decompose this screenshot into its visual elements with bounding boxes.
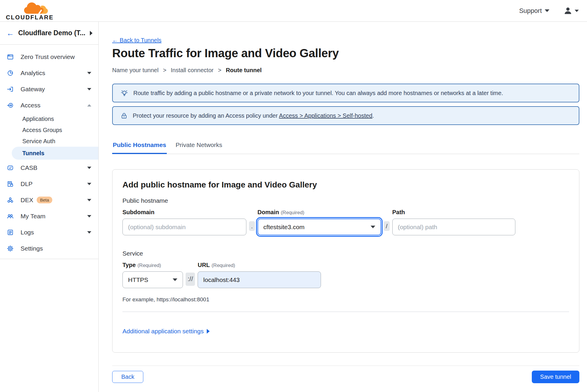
- chevron-down-icon: [173, 278, 177, 281]
- chevron-down-icon: [545, 9, 549, 12]
- logs-icon: [6, 229, 14, 236]
- chevron-right-icon: [207, 329, 210, 334]
- sidebar-item-tunnels[interactable]: Tunnels: [12, 147, 98, 160]
- breadcrumb: Name your tunnel > Install connector > R…: [112, 67, 579, 74]
- sidebar-item-logs[interactable]: Logs: [0, 224, 98, 240]
- gear-icon: [6, 245, 14, 252]
- slash-separator: /: [384, 221, 390, 231]
- chevron-down-icon: [575, 10, 579, 12]
- breadcrumb-separator: >: [163, 67, 166, 74]
- domain-select[interactable]: cftestsite3.com: [258, 219, 381, 235]
- chevron-down-icon: [87, 199, 91, 201]
- page-title: Route Traffic for Image and Video Galler…: [112, 47, 579, 60]
- chevron-down-icon: [87, 72, 91, 74]
- additional-settings-label: Additional application settings: [122, 328, 204, 335]
- breadcrumb-step-install-connector: Install connector: [171, 67, 214, 74]
- account-name: Cloudflare Demo (T...: [18, 29, 86, 37]
- service-url-input[interactable]: [198, 271, 321, 288]
- footer-actions: Back Save tunnel: [112, 371, 579, 383]
- beta-badge: Beta: [37, 197, 52, 203]
- sidebar-item-casb[interactable]: CASB: [0, 160, 98, 176]
- sidebar-item-dex-label: DEX: [21, 197, 33, 204]
- analytics-icon: [6, 69, 14, 77]
- team-icon: [6, 212, 14, 220]
- back-button[interactable]: Back: [112, 371, 143, 383]
- casb-icon: [6, 164, 14, 172]
- back-arrow-icon[interactable]: ←: [6, 29, 14, 37]
- cloudflare-logo[interactable]: CLOUDFLARE: [6, 1, 54, 21]
- cloudflare-cloud-icon: [21, 1, 49, 15]
- sidebar-item-label: My Team: [21, 213, 87, 220]
- lock-icon: [120, 112, 128, 119]
- path-label: Path: [392, 209, 515, 216]
- sidebar-item-gateway[interactable]: Gateway: [0, 81, 98, 97]
- sidebar-item-analytics[interactable]: Analytics: [0, 65, 98, 81]
- path-input[interactable]: [392, 219, 515, 235]
- sidebar-item-dex[interactable]: DEX Beta: [0, 192, 98, 208]
- domain-select-value: cftestsite3.com: [263, 224, 305, 231]
- footer-divider: [112, 366, 579, 366]
- public-hostname-label: Public hostname: [122, 197, 569, 204]
- dlp-icon: [6, 180, 14, 188]
- save-tunnel-button[interactable]: Save tunnel: [532, 371, 579, 383]
- chevron-down-icon: [87, 183, 91, 185]
- access-policy-banner-text: Protect your resource by adding an Acces…: [133, 112, 374, 119]
- tip-banner-text: Route traffic by adding a public hostnam…: [133, 90, 503, 97]
- type-label: Type: [122, 262, 136, 268]
- chevron-up-icon: [87, 104, 91, 107]
- cloudflare-logo-text: CLOUDFLARE: [6, 14, 54, 21]
- chevron-down-icon: [87, 231, 91, 234]
- sidebar-item-access-groups[interactable]: Access Groups: [0, 124, 98, 136]
- tab-private-networks[interactable]: Private Networks: [175, 140, 223, 154]
- sidebar-item-label: DLP: [21, 180, 87, 187]
- breadcrumb-step-route-tunnel: Route tunnel: [226, 67, 262, 74]
- sidebar-item-label: Zero Trust overview: [21, 53, 91, 60]
- dex-icon: [6, 196, 14, 204]
- sidebar-item-label: CASB: [21, 164, 87, 171]
- user-menu[interactable]: [564, 6, 579, 15]
- protect-suffix: .: [372, 112, 374, 119]
- add-hostname-card: Add public hostname for Image and Video …: [112, 169, 579, 353]
- service-field-row: Type(Required) HTTPS :// URL(Required): [122, 262, 569, 288]
- sidebar-item-settings[interactable]: Settings: [0, 240, 98, 256]
- additional-settings-toggle[interactable]: Additional application settings: [122, 328, 210, 335]
- path-field: Path: [392, 209, 515, 235]
- chevron-down-icon: [87, 167, 91, 169]
- sidebar-item-applications[interactable]: Applications: [0, 113, 98, 124]
- sidebar-item-label: Logs: [21, 229, 87, 236]
- url-label: URL: [198, 262, 210, 268]
- service-label: Service: [122, 250, 569, 257]
- back-to-tunnels-link[interactable]: ← Back to Tunnels: [112, 37, 162, 44]
- type-required-hint: (Required): [137, 263, 161, 268]
- sidebar-item-access[interactable]: Access: [0, 97, 98, 113]
- service-type-select[interactable]: HTTPS: [122, 271, 183, 288]
- sidebar-item-zero-trust-overview[interactable]: Zero Trust overview: [0, 49, 98, 65]
- hostname-field-row: Subdomain . Domain(Required) cftestsite3…: [122, 209, 569, 235]
- sidebar-item-dlp[interactable]: DLP: [0, 176, 98, 192]
- chevron-down-icon: [87, 88, 91, 90]
- overview-icon: [6, 53, 14, 61]
- access-icon: [6, 102, 14, 109]
- sidebar-item-label: Access: [21, 102, 87, 109]
- lightbulb-icon: [120, 89, 128, 97]
- chevron-right-icon[interactable]: [90, 31, 92, 36]
- support-menu[interactable]: Support: [519, 7, 549, 15]
- service-type-value: HTTPS: [128, 276, 148, 283]
- scheme-separator: ://: [186, 273, 195, 286]
- chevron-down-icon: [87, 215, 91, 217]
- domain-label: Domain: [258, 209, 279, 215]
- sidebar-item-my-team[interactable]: My Team: [0, 208, 98, 224]
- dot-separator: .: [249, 221, 255, 231]
- sidebar-item-label: Settings: [21, 245, 91, 252]
- subdomain-label: Subdomain: [122, 209, 246, 216]
- domain-field: Domain(Required) cftestsite3.com: [258, 209, 381, 235]
- sidebar-item-service-auth[interactable]: Service Auth: [0, 136, 98, 147]
- subdomain-input[interactable]: [122, 219, 246, 235]
- tab-public-hostnames[interactable]: Public Hostnames: [112, 140, 167, 154]
- protect-text: Protect your resource by adding an Acces…: [133, 112, 278, 119]
- breadcrumb-step-name-tunnel: Name your tunnel: [112, 67, 159, 74]
- service-type-field: Type(Required) HTTPS: [122, 262, 183, 288]
- access-applications-self-hosted-link[interactable]: Access > Applications > Self-hosted: [279, 112, 372, 119]
- sidebar-item-label: Gateway: [21, 86, 87, 93]
- sidebar: ← Cloudflare Demo (T... Zero Trust overv…: [0, 22, 99, 392]
